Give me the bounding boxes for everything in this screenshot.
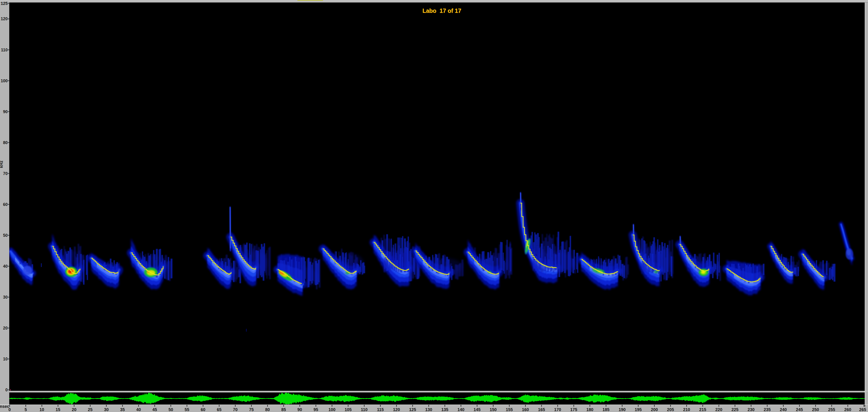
svg-text:250: 250 — [812, 407, 819, 412]
svg-text:90: 90 — [298, 407, 302, 412]
svg-text:60: 60 — [3, 202, 8, 207]
svg-text:245: 245 — [796, 407, 803, 412]
svg-text:30: 30 — [104, 407, 109, 412]
svg-text:110: 110 — [361, 407, 368, 412]
svg-text:120: 120 — [393, 407, 400, 412]
svg-text:165: 165 — [538, 407, 545, 412]
svg-text:95: 95 — [313, 407, 318, 412]
svg-text:235: 235 — [764, 407, 771, 412]
svg-text:25: 25 — [88, 407, 93, 412]
svg-text:135: 135 — [441, 407, 448, 412]
svg-text:160: 160 — [522, 407, 529, 412]
svg-text:10: 10 — [39, 407, 44, 412]
svg-text:170: 170 — [554, 407, 561, 412]
svg-text:185: 185 — [602, 407, 610, 412]
svg-text:80: 80 — [3, 140, 8, 145]
svg-text:255: 255 — [828, 407, 835, 412]
svg-text:20: 20 — [3, 326, 8, 331]
svg-text:90: 90 — [3, 109, 8, 114]
svg-text:10: 10 — [3, 357, 8, 362]
svg-text:50: 50 — [168, 407, 173, 412]
svg-text:260: 260 — [844, 407, 851, 412]
svg-text:msec: msec — [0, 404, 9, 409]
svg-text:265: 265 — [859, 407, 866, 412]
svg-text:200: 200 — [651, 407, 658, 412]
svg-text:205: 205 — [667, 407, 674, 412]
svg-text:220: 220 — [715, 407, 722, 412]
svg-text:70: 70 — [3, 171, 8, 176]
svg-text:85: 85 — [281, 407, 286, 412]
svg-text:5: 5 — [25, 407, 27, 412]
svg-text:45: 45 — [152, 407, 157, 412]
svg-text:125: 125 — [1, 1, 8, 6]
svg-text:40: 40 — [3, 264, 8, 269]
svg-text:kHz: kHz — [0, 161, 4, 168]
svg-text:150: 150 — [490, 407, 497, 412]
svg-text:65: 65 — [217, 407, 221, 412]
svg-text:60: 60 — [200, 407, 205, 412]
svg-text:40: 40 — [136, 407, 141, 412]
svg-text:210: 210 — [683, 407, 690, 412]
svg-text:75: 75 — [249, 407, 254, 412]
svg-text:140: 140 — [458, 407, 464, 412]
svg-text:35: 35 — [120, 407, 125, 412]
svg-text:55: 55 — [185, 407, 189, 412]
svg-text:145: 145 — [473, 407, 480, 412]
svg-text:Labo 17 of 17: Labo 17 of 17 — [422, 7, 461, 14]
svg-text:100: 100 — [329, 407, 336, 412]
svg-text:180: 180 — [586, 407, 593, 412]
svg-text:175: 175 — [570, 407, 577, 412]
svg-text:230: 230 — [747, 407, 754, 412]
svg-text:70: 70 — [233, 407, 238, 412]
svg-text:190: 190 — [619, 407, 625, 412]
svg-text:130: 130 — [425, 407, 432, 412]
svg-text:195: 195 — [635, 407, 642, 412]
svg-text:120: 120 — [1, 16, 8, 21]
svg-text:225: 225 — [732, 407, 738, 412]
svg-text:80: 80 — [265, 407, 270, 412]
svg-text:15: 15 — [56, 407, 60, 412]
svg-text:115: 115 — [377, 407, 384, 412]
svg-text:105: 105 — [345, 407, 352, 412]
svg-text:0: 0 — [5, 388, 8, 392]
svg-text:110: 110 — [1, 48, 8, 52]
svg-text:100: 100 — [1, 78, 8, 83]
svg-text:20: 20 — [72, 407, 76, 412]
svg-text:125: 125 — [409, 407, 416, 412]
svg-text:155: 155 — [506, 407, 513, 412]
svg-text:50: 50 — [3, 233, 8, 238]
svg-text:240: 240 — [780, 407, 787, 412]
svg-text:30: 30 — [3, 295, 8, 300]
svg-text:215: 215 — [699, 407, 706, 412]
